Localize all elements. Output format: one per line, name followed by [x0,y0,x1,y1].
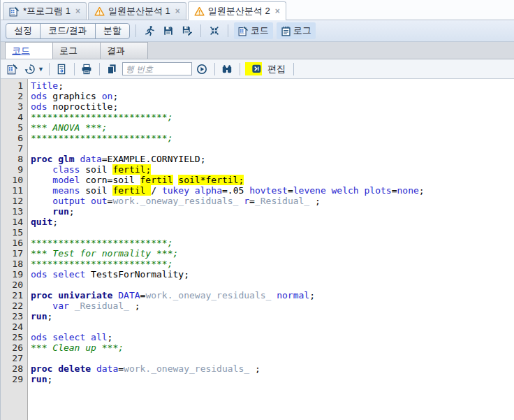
code-line[interactable]: 20 [1,280,514,290]
line-number: 8 [1,154,28,164]
program-icon [9,6,20,17]
line-number: 13 [1,206,28,217]
view-button-group: 설정 코드/결과 분할 [6,23,130,39]
code-line[interactable]: 8proc glm data=EXAMPLE.CORNYIELD; [1,154,514,164]
code-text [28,353,31,363]
code-text: run; [28,206,75,217]
code-line[interactable]: 17*** Test for normality ***; [1,248,514,259]
code-line[interactable]: 21proc univariate DATA=work._oneway_resi… [1,290,514,300]
chevron-down-icon[interactable]: ▼ [38,66,44,73]
code-text: run; [28,311,52,321]
code-line[interactable]: 25ods select all; [1,332,514,342]
code-line[interactable]: 4*************************; [1,112,514,122]
code-line[interactable]: 28proc delete data=work._oneway_residual… [1,363,514,374]
code-line[interactable]: 9 class soil fertil; [1,164,514,175]
code-line[interactable]: 14quit; [1,217,514,227]
close-icon[interactable]: × [275,6,280,16]
code-line[interactable]: 3ods noproctitle; [1,101,514,112]
code-text [28,143,31,154]
code-text: *************************; [28,112,173,122]
tab-results[interactable]: 결과 [100,42,148,59]
line-number: 21 [1,290,28,300]
code-line[interactable]: 1Title; [1,80,514,91]
code-text: means soil fertil / tukey alpha=.05 hovt… [28,185,425,196]
code-text [28,227,31,238]
code-line[interactable]: 29run; [1,374,514,384]
code-text: proc univariate DATA=work._oneway_residu… [28,290,315,300]
code-line[interactable]: 19ods select TestsForNormality; [1,269,514,280]
history-icon [24,64,36,75]
code-results-button[interactable]: 코드/결과 [41,24,96,38]
close-icon[interactable]: × [175,6,180,16]
code-text: proc glm data=EXAMPLE.CORNYIELD; [28,154,205,164]
toolbar-separator [240,63,240,75]
new-program-button[interactable] [5,61,20,76]
code-line[interactable]: 26*** Clean up ***; [1,342,514,353]
code-line[interactable]: 5*** ANOVA ***; [1,122,514,133]
close-icon[interactable]: × [75,6,80,16]
line-number: 28 [1,363,28,374]
code-line[interactable]: 18*************************; [1,259,514,269]
code-editor[interactable]: 1Title;2ods graphics on;3ods noproctitle… [1,79,514,420]
code-text: *** ANOVA ***; [28,122,108,133]
code-toggle-button[interactable]: 코드 [234,22,273,39]
code-line[interactable]: 27 [1,353,514,363]
document-tabbar: *프로그램 1 × 일원분산분석 1 × 일원분산분석 2 × [1,0,514,20]
tab-log[interactable]: 로그 [52,42,101,59]
code-line[interactable]: 16*************************; [1,238,514,248]
split-button[interactable]: 분할 [96,24,129,38]
code-text: *************************; [28,133,173,143]
save-as-button[interactable] [179,23,195,38]
line-number: 11 [1,185,28,196]
line-number: 7 [1,143,28,154]
history-button[interactable] [22,61,37,76]
doc-tab-anova-1[interactable]: 일원분산분석 1 × [88,2,186,20]
export-code-button[interactable] [54,61,69,76]
code-line[interactable]: 24 [1,321,514,332]
tab-code[interactable]: 코드 [5,42,53,59]
code-line[interactable]: 11 means soil fertil / tukey alpha=.05 h… [1,185,514,196]
code-line[interactable]: 23run; [1,311,514,321]
code-text: run; [28,374,52,384]
highlight-icon [251,64,262,74]
edit-mode-label: 편집 [267,63,286,75]
settings-button[interactable]: 설정 [6,24,41,38]
code-text: output out=work._oneway_residuals_ r=_Re… [28,196,321,206]
copy-icon [106,64,117,75]
maximize-view-button[interactable] [207,23,222,38]
code-line[interactable]: 10 model corn=soil fertil soil*fertil; [1,175,514,185]
code-line[interactable]: 22 var _Residual_ ; [1,300,514,311]
line-number: 9 [1,164,28,175]
doc-tab-anova-2[interactable]: 일원분산분석 2 × [188,1,286,20]
code-line[interactable]: 7 [1,143,514,154]
code-text: ods select TestsForNormality; [28,269,189,280]
code-line[interactable]: 13 run; [1,206,514,217]
highlight-button[interactable] [245,62,262,75]
line-number: 24 [1,321,28,332]
doc-tab-label: 일원분산분석 1 [108,5,170,17]
toolbar-separator [49,63,50,75]
sas-studio-window: *프로그램 1 × 일원분산분석 1 × 일원분산분석 2 × 설정 코드/결과… [0,0,514,420]
line-number: 12 [1,196,28,206]
find-button[interactable] [220,61,235,76]
save-button[interactable] [161,23,176,38]
line-number: 29 [1,374,28,384]
goto-line-button[interactable] [195,61,210,76]
print-button[interactable] [80,61,94,76]
toolbar-separator [214,63,215,75]
line-number-input[interactable] [122,62,192,75]
run-button[interactable] [142,23,157,38]
doc-tab-program-1[interactable]: *프로그램 1 × [3,2,87,20]
code-line[interactable]: 6*************************; [1,133,514,143]
copy-button[interactable] [105,61,119,76]
code-text: *** Test for normality ***; [28,248,178,259]
code-text: *** Clean up ***; [28,342,124,353]
line-number: 23 [1,311,28,321]
code-text: *************************; [28,238,173,248]
code-lines: 1Title;2ods graphics on;3ods noproctitle… [1,80,514,384]
log-toggle-button[interactable]: 로그 [277,22,316,39]
code-line[interactable]: 12 output out=work._oneway_residuals_ r=… [1,196,514,206]
code-line[interactable]: 15 [1,227,514,238]
code-line[interactable]: 2ods graphics on; [1,91,514,101]
code-text: class soil fertil; [28,164,151,175]
